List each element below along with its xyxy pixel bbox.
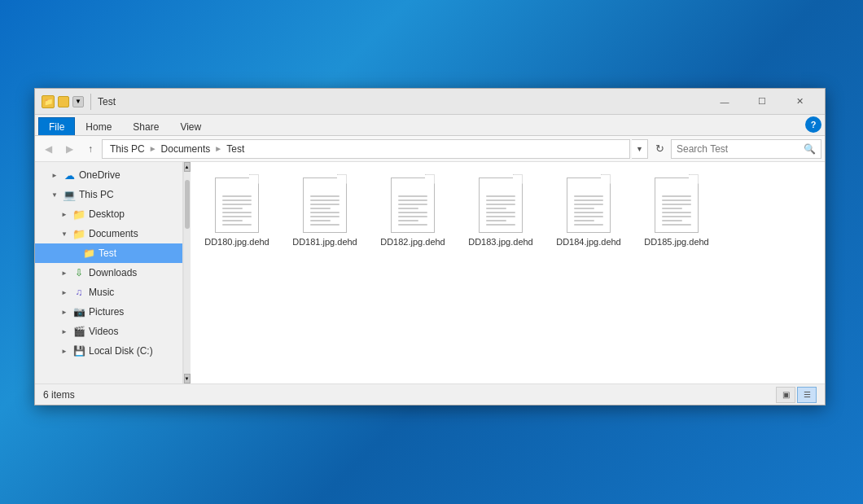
path-sep-1: ► — [149, 144, 157, 153]
address-path[interactable]: This PC ► Documents ► Test — [102, 139, 630, 159]
file-item[interactable]: DD185.jpg.dehd — [636, 169, 717, 253]
path-test[interactable]: Test — [224, 142, 247, 156]
search-box[interactable]: 🔍 — [671, 139, 821, 159]
file-fold-inner — [601, 175, 610, 184]
up-button[interactable]: ↑ — [81, 139, 100, 159]
toggle-videos[interactable]: ► — [59, 327, 69, 336]
file-lines — [398, 195, 427, 226]
sidebar-item-videos[interactable]: ► 🎬 Videos — [35, 322, 182, 341]
file-icon-wrap — [388, 174, 437, 233]
list-view-button[interactable]: ☰ — [797, 387, 817, 403]
file-line — [486, 224, 515, 226]
sidebar: ► ☁ OneDrive ▼ 💻 This PC ► 📁 Desktop — [35, 162, 183, 383]
file-name: DD180.jpg.dehd — [204, 236, 269, 248]
file-line — [310, 204, 340, 205]
file-line — [222, 216, 252, 217]
sidebar-item-downloads[interactable]: ► ⇩ Downloads — [35, 263, 182, 283]
maximize-button[interactable]: ☐ — [743, 89, 781, 115]
sidebar-item-onedrive[interactable]: ► ☁ OneDrive — [35, 165, 182, 185]
file-page — [391, 177, 435, 233]
sidebar-label-music: Music — [89, 287, 114, 298]
back-button[interactable]: ◀ — [38, 139, 58, 159]
toggle-local-disk[interactable]: ► — [59, 346, 69, 356]
help-button[interactable]: ? — [805, 116, 821, 133]
scroll-down-arrow[interactable]: ▼ — [184, 374, 191, 383]
file-item[interactable]: DD180.jpg.dehd — [196, 169, 278, 253]
minimize-button[interactable]: — — [706, 89, 743, 115]
file-line — [398, 204, 427, 205]
file-item[interactable]: DD184.jpg.dehd — [548, 169, 629, 253]
file-name: DD181.jpg.dehd — [292, 236, 357, 248]
toggle-music[interactable]: ► — [59, 287, 69, 297]
path-this-pc[interactable]: This PC — [107, 142, 147, 156]
toggle-desktop[interactable]: ► — [59, 209, 69, 219]
sidebar-item-this-pc[interactable]: ▼ 💻 This PC — [35, 185, 182, 204]
tab-share[interactable]: Share — [122, 117, 169, 135]
file-line — [662, 204, 691, 205]
onedrive-icon: ☁ — [63, 169, 76, 182]
sidebar-item-test[interactable]: 📁 Test — [35, 243, 182, 263]
grid-view-button[interactable]: ▣ — [776, 387, 795, 403]
file-line — [310, 220, 331, 221]
address-bar: ◀ ▶ ↑ This PC ► Documents ► Test ▼ ↻ 🔍 — [35, 136, 825, 162]
sidebar-item-pictures[interactable]: ► 📷 Pictures — [35, 302, 182, 322]
title-bar-icons: 📁 ▼ — [42, 95, 84, 108]
sidebar-item-local-disk[interactable]: ► 💾 Local Disk (C:) — [35, 341, 182, 361]
file-line — [398, 220, 418, 221]
main-area: ► ☁ OneDrive ▼ 💻 This PC ► 📁 Desktop — [35, 162, 825, 383]
file-fold-inner — [337, 175, 346, 184]
file-line — [574, 204, 603, 205]
file-line — [574, 212, 603, 213]
toggle-downloads[interactable]: ► — [59, 268, 69, 278]
file-name: DD185.jpg.dehd — [644, 236, 709, 248]
file-explorer-window: 📁 ▼ Test — ☐ ✕ File Home Share View ? ◀ … — [34, 88, 826, 405]
file-icon-wrap — [652, 174, 701, 233]
file-item[interactable]: DD181.jpg.dehd — [284, 169, 366, 253]
search-icon[interactable]: 🔍 — [804, 143, 816, 155]
file-line — [310, 199, 340, 201]
scroll-track — [184, 172, 191, 374]
file-line — [310, 195, 340, 197]
file-line — [310, 212, 340, 213]
file-line — [486, 220, 506, 221]
tab-home[interactable]: Home — [75, 117, 122, 135]
videos-icon: 🎬 — [72, 325, 85, 338]
toggle-onedrive[interactable]: ► — [50, 170, 59, 180]
title-separator — [90, 94, 91, 110]
file-fold-inner — [425, 175, 434, 184]
scroll-thumb[interactable] — [185, 180, 190, 229]
scroll-up-arrow[interactable]: ▲ — [184, 162, 191, 172]
file-fold-inner — [513, 175, 522, 184]
item-count: 6 items — [43, 389, 776, 401]
file-name: DD183.jpg.dehd — [468, 236, 533, 248]
sidebar-item-desktop[interactable]: ► 📁 Desktop — [35, 204, 182, 224]
file-line — [222, 224, 252, 226]
tab-view[interactable]: View — [169, 117, 212, 135]
refresh-button[interactable]: ↻ — [650, 139, 669, 159]
tab-file[interactable]: File — [38, 117, 75, 135]
path-documents[interactable]: Documents — [159, 142, 213, 156]
file-line — [486, 204, 515, 205]
close-button[interactable]: ✕ — [781, 89, 818, 115]
sidebar-label-downloads: Downloads — [89, 267, 137, 278]
ribbon-tabs: File Home Share View ? — [35, 115, 825, 136]
toggle-pictures[interactable]: ► — [59, 307, 69, 317]
sidebar-label-local-disk: Local Disk (C:) — [89, 345, 153, 357]
file-item[interactable]: DD183.jpg.dehd — [460, 169, 541, 253]
sidebar-item-documents[interactable]: ▼ 📁 Documents — [35, 224, 182, 243]
file-line — [310, 224, 340, 226]
search-input[interactable] — [677, 143, 804, 155]
sidebar-item-music[interactable]: ► ♫ Music — [35, 283, 182, 302]
quick-access-icon — [58, 96, 69, 107]
forward-button[interactable]: ▶ — [59, 139, 79, 159]
file-line — [398, 199, 427, 201]
file-line — [662, 208, 682, 209]
file-line — [486, 208, 506, 209]
file-lines — [486, 195, 515, 226]
this-pc-icon: 💻 — [63, 188, 76, 201]
toggle-this-pc[interactable]: ▼ — [50, 190, 59, 199]
toggle-documents[interactable]: ▼ — [59, 229, 69, 239]
sidebar-scrollbar[interactable]: ▲ ▼ — [183, 162, 190, 383]
file-item[interactable]: DD182.jpg.dehd — [372, 169, 453, 253]
address-chevron[interactable]: ▼ — [632, 139, 648, 159]
